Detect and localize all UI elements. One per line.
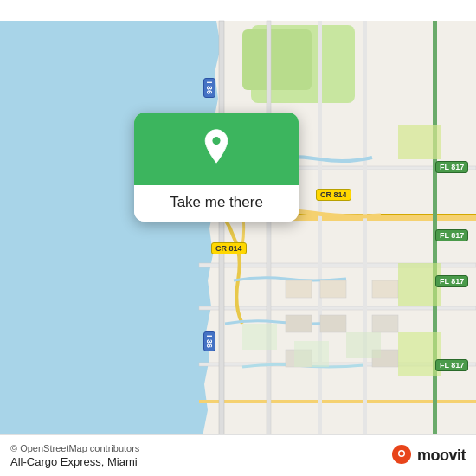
svg-point-34	[399, 451, 403, 455]
map-container: CR 814 CR 814 FL 817 FL 817 FL 817 FL 81…	[0, 0, 476, 476]
road-label-cr814-top: CR 814	[316, 189, 351, 201]
svg-rect-28	[398, 125, 441, 159]
road-label-cr814-bottom: CR 814	[211, 242, 247, 254]
svg-rect-23	[372, 315, 398, 332]
svg-rect-12	[219, 21, 224, 455]
svg-rect-26	[294, 341, 329, 367]
take-me-there-button[interactable]: Take me there	[134, 185, 299, 222]
svg-rect-17	[286, 280, 312, 298]
road-label-fl817-2: FL 817	[435, 229, 468, 241]
location-name: All-Cargo Express, Miami	[10, 455, 139, 468]
svg-rect-4	[242, 29, 312, 90]
road-label-fl817-3: FL 817	[435, 275, 468, 287]
location-pin-icon	[198, 128, 235, 164]
road-label-fl817-1: FL 817	[435, 161, 468, 173]
attribution-text: © OpenStreetMap contributors	[10, 443, 139, 453]
svg-rect-13	[267, 21, 271, 455]
moovit-icon	[389, 444, 414, 468]
map-background	[0, 0, 476, 476]
svg-rect-20	[320, 315, 346, 332]
bottom-bar: © OpenStreetMap contributors All-Cargo E…	[0, 434, 476, 476]
svg-rect-27	[346, 332, 381, 358]
popup-card: Take me there	[134, 113, 299, 222]
road-label-i36-bottom: I 36	[203, 331, 215, 351]
svg-rect-25	[242, 324, 277, 350]
svg-rect-22	[372, 280, 398, 298]
svg-rect-15	[363, 21, 367, 455]
svg-rect-18	[320, 280, 346, 298]
road-label-i36-top: I 36	[203, 78, 215, 98]
svg-rect-19	[286, 315, 312, 332]
svg-point-31	[212, 137, 220, 145]
moovit-text: moovit	[417, 447, 466, 465]
road-label-fl817-4: FL 817	[435, 359, 468, 371]
moovit-logo: moovit	[389, 444, 466, 468]
popup-green-section	[134, 113, 299, 185]
svg-rect-14	[318, 21, 322, 455]
svg-rect-0	[0, 21, 199, 455]
